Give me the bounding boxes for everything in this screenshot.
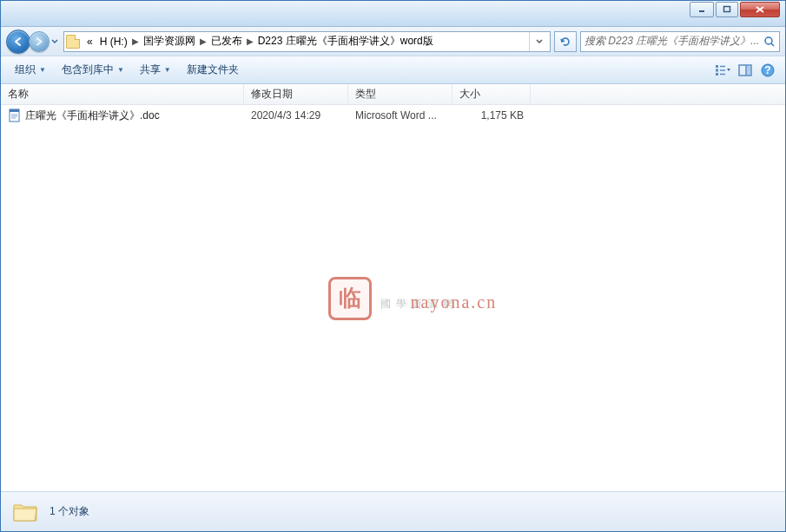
watermark: 临 國學資源網 nayona.cn [328,277,459,320]
folder-icon [11,498,39,526]
chevron-down-icon: ▼ [164,66,171,74]
chevron-down-icon [536,38,543,45]
chevron-right-icon[interactable]: ▶ [131,32,140,51]
pane-icon [738,64,752,76]
svg-rect-4 [716,65,718,68]
refresh-icon [559,36,571,48]
new-folder-button[interactable]: 新建文件夹 [180,60,246,80]
file-list: 庄曜光《手面相学讲义》.doc 2020/4/3 14:29 Microsoft… [1,105,785,491]
view-options-button[interactable] [712,60,733,81]
breadcrumb-item[interactable]: D223 庄曜光《手面相学讲义》word版 [254,32,437,51]
refresh-button[interactable] [554,31,577,52]
help-icon: ? [761,63,775,77]
search-icon[interactable] [763,36,776,48]
address-dropdown[interactable] [529,32,548,51]
newfolder-label: 新建文件夹 [187,62,239,77]
navbar: « H (H:) ▶ 国学资源网 ▶ 已发布 ▶ D223 庄曜光《手面相学讲义… [1,27,785,56]
search-box[interactable]: 搜索 D223 庄曜光《手面相学讲义》... [580,31,780,52]
breadcrumb-item[interactable]: 国学资源网 [140,32,199,51]
chevron-right-icon[interactable]: ▶ [246,32,254,51]
include-library-button[interactable]: 包含到库中 ▼ [55,60,131,80]
chevron-down-icon: ▼ [39,66,46,74]
file-row[interactable]: 庄曜光《手面相学讲义》.doc 2020/4/3 14:29 Microsoft… [1,105,785,124]
chevron-right-icon[interactable]: ▶ [199,32,208,51]
svg-point-2 [765,37,772,44]
column-name[interactable]: 名称 [1,84,244,104]
forward-button[interactable] [29,31,50,52]
statusbar: 1 个对象 [1,491,785,531]
chevron-down-icon: ▼ [117,66,124,74]
breadcrumb-item[interactable]: H (H:) [96,32,131,51]
share-label: 共享 [140,62,161,77]
chevron-down-icon [51,38,58,45]
column-header: 名称 修改日期 类型 大小 [1,84,785,105]
svg-rect-12 [747,66,750,75]
titlebar [1,1,785,27]
column-size[interactable]: 大小 [452,84,531,104]
folder-icon [66,35,80,49]
view-icon [715,64,730,76]
column-type[interactable]: 类型 [348,84,452,104]
help-button[interactable]: ? [757,60,778,81]
maximize-button[interactable] [716,2,738,17]
close-icon [755,5,765,14]
svg-line-3 [771,43,774,46]
nav-history-dropdown[interactable] [50,30,60,54]
address-bar[interactable]: « H (H:) ▶ 国学资源网 ▶ 已发布 ▶ D223 庄曜光《手面相学讲义… [63,31,551,52]
close-button[interactable] [740,2,780,17]
nav-buttons [6,30,60,54]
breadcrumb-prefix[interactable]: « [83,32,96,51]
organize-button[interactable]: 组织 ▼ [8,60,53,80]
toolbar: 组织 ▼ 包含到库中 ▼ 共享 ▼ 新建文件夹 ? [1,56,785,84]
breadcrumb-item[interactable]: 已发布 [208,32,246,51]
back-arrow-icon [12,36,24,48]
search-placeholder: 搜索 D223 庄曜光《手面相学讲义》... [585,34,763,49]
svg-text:?: ? [764,64,770,76]
svg-rect-16 [10,109,19,112]
organize-label: 组织 [15,62,36,77]
file-name: 庄曜光《手面相学讲义》.doc [25,108,160,123]
preview-pane-button[interactable] [735,60,756,81]
minimize-button[interactable] [690,2,714,17]
watermark-overlay: nayona.cn [411,292,498,312]
forward-arrow-icon [34,36,44,47]
word-doc-icon [8,108,22,122]
svg-rect-1 [724,7,730,12]
svg-rect-6 [716,73,718,76]
file-name-cell: 庄曜光《手面相学讲义》.doc [1,108,244,123]
share-button[interactable]: 共享 ▼ [133,60,178,80]
svg-rect-5 [716,69,718,71]
column-date[interactable]: 修改日期 [244,84,348,104]
status-count: 1 个对象 [50,504,89,519]
back-button[interactable] [6,30,30,54]
explorer-window: « H (H:) ▶ 国学资源网 ▶ 已发布 ▶ D223 庄曜光《手面相学讲义… [0,0,786,532]
watermark-stamp: 临 [328,277,372,320]
file-size: 1,175 KB [452,109,531,122]
maximize-icon [723,5,731,14]
watermark-text: 國學資源網 nayona.cn [380,284,459,313]
window-controls [690,2,780,17]
include-label: 包含到库中 [62,62,114,77]
file-date: 2020/4/3 14:29 [244,109,348,122]
file-type: Microsoft Word ... [348,109,452,122]
minimize-icon [697,5,706,14]
